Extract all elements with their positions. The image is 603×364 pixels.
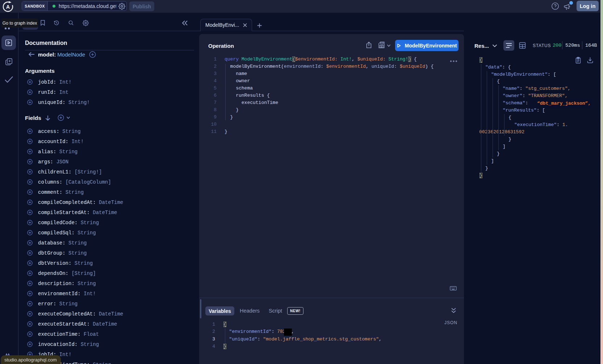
svg-text:A: A <box>6 4 10 10</box>
